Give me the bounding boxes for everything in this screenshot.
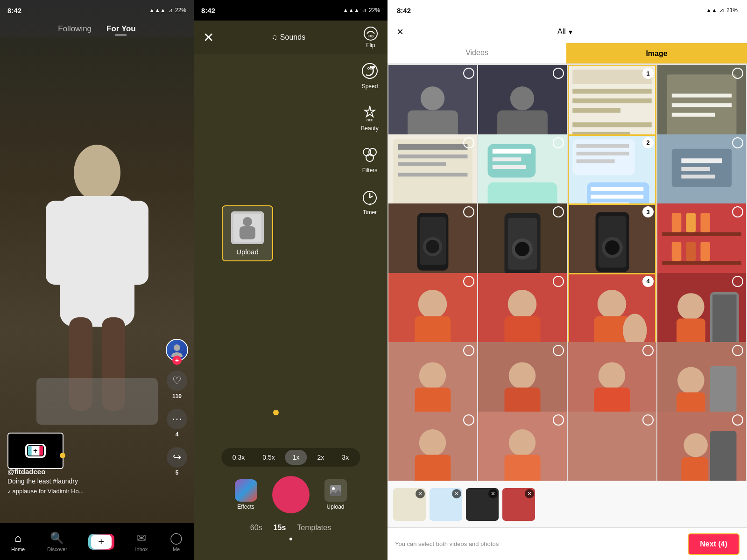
speed-controls: 0.3x 0.5x 1x 2x 3x [221, 448, 360, 467]
speed-3x[interactable]: 3x [334, 450, 356, 465]
gallery-bottom-bar: You can select both videos and photos Ne… [388, 527, 747, 560]
select-circle [463, 276, 474, 287]
camera-status-bar: 8:42 ▲▲▲ ⊿ 22% [194, 0, 388, 21]
effects-label: Effects [237, 504, 254, 510]
nav-following[interactable]: Following [58, 24, 92, 33]
image-tab-label: Image [646, 49, 667, 57]
tab-image[interactable]: Image [566, 43, 747, 63]
like-icon[interactable]: ♡ [167, 371, 187, 391]
filters-icon [359, 145, 380, 165]
svg-rect-138 [681, 457, 707, 481]
share-icon[interactable]: ↪ [167, 447, 187, 468]
gallery-cell[interactable] [568, 412, 656, 481]
speed-2x[interactable]: 2x [310, 450, 332, 465]
svg-point-134 [509, 429, 536, 456]
upload-right-button[interactable]: Upload [324, 479, 347, 510]
feed-info: @fitdadceo Doing the least #laundry ♪ ap… [7, 468, 161, 495]
tiktok-create-button[interactable]: + [7, 433, 63, 469]
nav-inbox[interactable]: ✉ Inbox [135, 532, 148, 552]
gallery-cell[interactable] [478, 412, 567, 481]
remove-thumb-2[interactable]: ✕ [452, 489, 461, 498]
svg-rect-65 [576, 144, 629, 147]
flip-label: Flip [366, 42, 375, 49]
select-circle [732, 68, 743, 79]
effects-button[interactable]: Effects [235, 479, 257, 510]
filters-control[interactable]: Filters [359, 145, 380, 174]
beauty-icon: OFF [359, 103, 380, 123]
select-circle [642, 345, 654, 356]
svg-point-91 [605, 240, 620, 255]
duration-15s[interactable]: 15s [274, 524, 286, 532]
gallery-cell[interactable] [388, 412, 477, 481]
nav-for-you[interactable]: For You [106, 24, 136, 33]
camera-top-bar: ✕ ♫ Sounds Flip Flip [194, 21, 388, 54]
avatar[interactable]: + [166, 339, 188, 361]
gallery-close-button[interactable]: × [397, 25, 403, 38]
follow-plus[interactable]: + [172, 356, 182, 365]
next-button[interactable]: Next (4) [688, 533, 740, 555]
selected-thumb-2[interactable]: ✕ [430, 488, 462, 521]
camera-close-button[interactable]: ✕ [203, 30, 214, 45]
selected-thumb-1[interactable]: ✕ [393, 488, 426, 521]
upload-button[interactable]: Upload [222, 205, 273, 261]
svg-rect-135 [504, 455, 540, 481]
timer-label: Timer [363, 209, 377, 216]
battery-icon: 22% [175, 7, 186, 14]
tab-videos[interactable]: Videos [388, 43, 566, 63]
svg-point-113 [677, 293, 705, 320]
svg-rect-66 [576, 151, 629, 155]
filter-button[interactable]: All ▾ [557, 28, 572, 36]
wifi-icon: ⊿ [168, 7, 173, 14]
like-group[interactable]: ♡ 110 [167, 371, 187, 399]
beauty-control[interactable]: OFF Beauty [359, 103, 380, 132]
duration-60s[interactable]: 60s [250, 524, 262, 532]
select-circle [463, 414, 474, 426]
comment-icon[interactable]: ⋯ [167, 409, 187, 429]
gallery-status-icons: ▲▲ ⊿ 21% [706, 7, 738, 14]
svg-text:3: 3 [369, 202, 371, 206]
flip-button[interactable]: Flip Flip [363, 26, 378, 49]
nav-profile[interactable]: ◯ Me [170, 532, 183, 552]
select-circle [732, 414, 743, 426]
comment-group[interactable]: ⋯ 4 [167, 409, 187, 438]
share-group[interactable]: ↪ 5 [167, 447, 187, 476]
svg-point-103 [418, 289, 447, 318]
gallery-cell[interactable] [657, 412, 746, 481]
upload-label: Upload [236, 248, 259, 256]
select-circle [463, 68, 474, 79]
duration-templates[interactable]: Templates [297, 524, 331, 532]
home-label: Home [11, 546, 25, 552]
svg-point-16 [362, 63, 377, 78]
remove-thumb-4[interactable]: ✕ [525, 489, 534, 498]
bottom-nav: ⌂ Home 🔍 Discover + ✉ Inbox ◯ Me [0, 523, 194, 560]
music-note-icon: ♫ [272, 33, 277, 42]
sounds-button[interactable]: ♫ Sounds [272, 33, 305, 42]
selected-thumb-3[interactable]: ✕ [466, 488, 499, 521]
speed-control[interactable]: ON Speed [359, 61, 380, 90]
status-icons: ▲▲▲ ⊿ 22% [149, 7, 186, 14]
svg-rect-55 [398, 162, 446, 166]
inbox-label: Inbox [135, 546, 148, 552]
remove-thumb-3[interactable]: ✕ [488, 489, 498, 498]
record-button[interactable] [272, 476, 310, 513]
select-circle [732, 137, 743, 148]
speed-05x[interactable]: 0.5x [255, 450, 282, 465]
speed-03x[interactable]: 0.3x [225, 450, 252, 465]
timer-control[interactable]: 3 Timer [359, 187, 380, 216]
discover-label: Discover [47, 546, 67, 552]
svg-rect-99 [672, 242, 682, 261]
create-button[interactable]: + [90, 534, 113, 550]
speed-1x[interactable]: 1x [285, 450, 307, 465]
select-circle [553, 414, 564, 426]
selected-thumb-4[interactable]: ✕ [502, 488, 535, 521]
nav-create[interactable]: + [90, 534, 113, 550]
share-count: 5 [176, 469, 179, 476]
nav-home[interactable]: ⌂ Home [11, 532, 25, 552]
nav-discover[interactable]: 🔍 Discover [47, 532, 67, 552]
selection-number-1: 1 [642, 68, 654, 79]
svg-rect-49 [672, 103, 732, 107]
remove-thumb-1[interactable]: ✕ [416, 489, 425, 498]
svg-point-121 [509, 362, 536, 389]
camera-panel: 8:42 ▲▲▲ ⊿ 22% ✕ ♫ Sounds Flip Flip ON [194, 0, 388, 560]
svg-text:OFF: OFF [366, 119, 373, 122]
